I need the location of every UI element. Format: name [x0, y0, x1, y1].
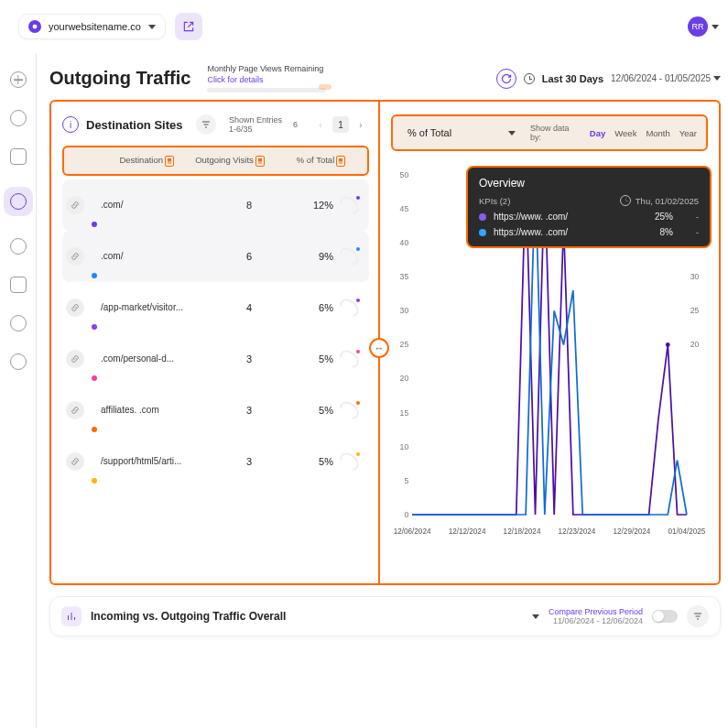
sparkline [333, 299, 365, 317]
table-row[interactable]: /support/html5/arti...35% [62, 436, 369, 487]
sparkline [333, 350, 365, 368]
incoming-outgoing-card: Incoming vs. Outgoing Traffic Overall Co… [49, 596, 721, 636]
table-header-row: Destination Outgoing Visits % of Total [62, 146, 369, 175]
destination-cell: .com/personal-d... [101, 353, 207, 364]
granularity-year[interactable]: Year [679, 128, 697, 138]
link-icon [66, 247, 84, 266]
series-dot [92, 273, 97, 278]
refresh-button[interactable] [496, 69, 516, 89]
table-row[interactable]: .com/812% [62, 179, 369, 231]
pct-cell: 5% [291, 456, 333, 467]
link-icon [66, 299, 84, 317]
svg-point-20 [666, 342, 670, 347]
pager-current: 1 [332, 116, 349, 133]
avatar: RR [688, 16, 708, 37]
top-bar: yourwebsitename.co RR [0, 0, 728, 53]
entries-total: 6 [293, 120, 298, 130]
svg-text:01/04/2025: 01/04/2025 [668, 528, 706, 537]
table-row[interactable]: .com/personal-d...35% [62, 333, 369, 385]
svg-text:12/29/2024: 12/29/2024 [614, 528, 651, 537]
metric-select[interactable]: % of Total [402, 124, 521, 142]
card-settings-button[interactable] [687, 605, 709, 627]
date-range-text: 12/06/2024 - 01/05/2025 [611, 73, 711, 83]
table-row[interactable]: affiliates. .com35% [62, 385, 369, 436]
rail-item-7[interactable] [10, 353, 27, 370]
tooltip-title: Overview [479, 177, 699, 190]
visits-cell: 3 [207, 353, 291, 364]
tooltip-kpi-label: KPIs (2) [479, 196, 510, 206]
visits-cell: 4 [207, 302, 291, 313]
col-visits[interactable]: Outgoing Visits [195, 155, 254, 165]
rail-item-5[interactable] [10, 277, 27, 293]
rail-item-6[interactable] [10, 315, 27, 331]
compare-toggle[interactable] [652, 610, 678, 623]
pager-next[interactable]: › [353, 116, 369, 133]
chevron-down-icon[interactable] [532, 614, 539, 619]
quota-line1: Monthly Page Views Remaining [207, 64, 326, 75]
svg-text:0: 0 [404, 510, 408, 519]
destination-table-pane: i Destination Sites Shown Entries 1-6/35… [51, 102, 378, 583]
date-range-picker[interactable]: 12/06/2024 - 01/05/2025 [611, 73, 721, 83]
visits-cell: 3 [207, 456, 291, 467]
sort-icon[interactable] [165, 156, 174, 167]
entries-info: Shown Entries 1-6/35 [229, 115, 282, 136]
rail-item-active[interactable] [4, 187, 33, 216]
card2-title: Incoming vs. Outgoing Traffic Overall [91, 610, 286, 623]
quota-line2: Click for details [207, 75, 326, 86]
bar-chart-icon [61, 606, 81, 626]
filter-button[interactable] [196, 114, 216, 135]
chevron-down-icon [713, 76, 721, 81]
rail-item-1[interactable] [10, 110, 27, 126]
chart-pane: % of Total Show data by: DayWeekMonthYea… [378, 102, 719, 583]
table-row[interactable]: .com/69% [62, 231, 369, 282]
svg-text:12/12/2024: 12/12/2024 [449, 528, 486, 537]
rail-item-4[interactable] [10, 238, 27, 255]
series-dot [92, 222, 97, 227]
rail-item-2[interactable] [10, 148, 27, 165]
svg-text:20: 20 [400, 375, 409, 384]
sparkline [333, 452, 365, 471]
page-title: Outgoing Traffic [49, 68, 190, 89]
svg-text:30: 30 [690, 273, 700, 282]
sort-icon[interactable] [336, 156, 345, 167]
page-header: Outgoing Traffic Monthly Page Views Rema… [49, 64, 721, 92]
rail-add-icon[interactable] [10, 71, 27, 88]
sort-icon[interactable] [255, 156, 265, 167]
granularity-month[interactable]: Month [646, 128, 669, 138]
pager-prev[interactable]: ‹ [312, 116, 329, 133]
svg-text:40: 40 [400, 238, 409, 247]
svg-text:35: 35 [400, 273, 409, 282]
svg-text:50: 50 [400, 170, 409, 179]
visits-cell: 8 [207, 200, 291, 211]
col-destination[interactable]: Destination [119, 155, 163, 165]
traffic-panel: ↔ i Destination Sites Shown Entries 1-6/… [49, 100, 721, 585]
table-title: Destination Sites [86, 118, 182, 132]
destination-cell: .com/ [101, 251, 207, 261]
chevron-down-icon [508, 131, 516, 136]
info-icon[interactable]: i [62, 116, 79, 133]
link-icon [66, 196, 84, 214]
sparkline [333, 196, 365, 214]
table-row[interactable]: /app-market/visitor...46% [62, 282, 369, 333]
open-external-button[interactable] [175, 13, 202, 40]
svg-text:12/06/2024: 12/06/2024 [394, 528, 431, 537]
granularity-week[interactable]: Week [614, 128, 636, 138]
site-selector[interactable]: yourwebsitename.co [18, 14, 166, 39]
quota-block[interactable]: Monthly Page Views Remaining Click for d… [207, 64, 326, 92]
svg-text:12/18/2024: 12/18/2024 [504, 528, 541, 537]
pct-cell: 9% [291, 251, 333, 262]
clock-icon [524, 73, 535, 84]
destination-cell: affiliates. .com [101, 405, 207, 415]
series-dot [92, 478, 97, 484]
main-content: Outgoing Traffic Monthly Page Views Rema… [37, 53, 728, 728]
side-rail [0, 53, 37, 728]
destination-cell: /support/html5/arti... [101, 456, 207, 466]
chart-tooltip: Overview KPIs (2) Thu, 01/02/2025 https:… [466, 166, 712, 248]
col-pct[interactable]: % of Total [297, 155, 335, 165]
account-menu[interactable]: RR [688, 16, 719, 37]
series-dot [92, 427, 97, 432]
svg-text:20: 20 [690, 341, 700, 350]
clock-icon [620, 195, 631, 206]
link-icon [66, 452, 84, 471]
granularity-day[interactable]: Day [590, 128, 605, 138]
